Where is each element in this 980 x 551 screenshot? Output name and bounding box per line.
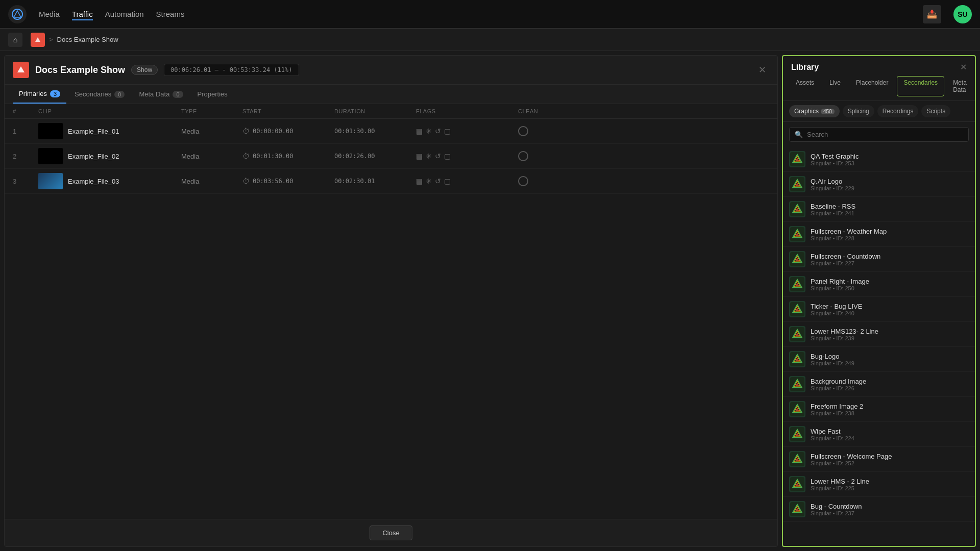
library-list-item[interactable]: Ticker - Bug LIVE Singular • ID: 240 [783, 297, 975, 322]
home-icon[interactable]: ⌂ [8, 33, 22, 47]
clips-table: # CLIP TYPE START DURATION FLAGS CLEAN 1… [5, 104, 777, 519]
lib-item-sub: Singular • ID: 253 [811, 160, 969, 166]
clean-toggle[interactable] [518, 176, 528, 186]
lib-item-sub: Singular • ID: 241 [811, 210, 969, 216]
lib-item-icon [789, 401, 805, 417]
nav-media[interactable]: Media [39, 8, 60, 20]
main-layout: Docs Example Show Show 00:06:26.01 — - 0… [0, 51, 980, 551]
lib-item-info: Panel Right - Image Singular • ID: 250 [811, 278, 969, 291]
library-list-item[interactable]: Fullscreen - Countdown Singular • ID: 22… [783, 247, 975, 272]
library-list-item[interactable]: Fullscreen - Weather Map Singular • ID: … [783, 222, 975, 247]
lib-item-icon [789, 176, 805, 192]
lib-item-info: Lower HMS123- 2 Line Singular • ID: 239 [811, 328, 969, 341]
lib-item-name: Wipe Fast [811, 428, 969, 435]
clip-start: ⏱ 00:00:00.00 [242, 127, 334, 135]
show-icon-small [31, 33, 45, 47]
clean-toggle[interactable] [518, 126, 528, 136]
lib-tab-assets[interactable]: Assets [789, 76, 821, 96]
flag-fx-icon[interactable]: ✳ [426, 152, 432, 160]
clean-toggle[interactable] [518, 151, 528, 161]
inbox-icon[interactable]: 📥 [923, 5, 941, 23]
flag-box-icon[interactable]: ▢ [444, 177, 451, 185]
library-list-item[interactable]: Panel Right - Image Singular • ID: 250 [783, 272, 975, 297]
col-start: START [242, 108, 334, 114]
lib-item-info: Bug - Countdown Singular • ID: 237 [811, 503, 969, 516]
tab-properties[interactable]: Properties [191, 85, 234, 103]
flag-loop-icon[interactable]: ↺ [435, 177, 441, 185]
table-row[interactable]: 2 Example_File_02 Media ⏱ 00:01:30.00 00… [5, 144, 777, 169]
lib-item-icon [789, 151, 805, 167]
table-row[interactable]: 1 Example_File_01 Media ⏱ 00:00:00.00 00… [5, 119, 777, 144]
flag-box-icon[interactable]: ▢ [444, 152, 451, 160]
tab-secondaries[interactable]: Secondaries 0 [68, 85, 131, 103]
flag-subtitle-icon[interactable]: ▤ [416, 152, 423, 160]
search-input[interactable] [807, 131, 963, 138]
lib-item-name: Background Image [811, 378, 969, 385]
lib-item-name: Lower HMS123- 2 Line [811, 328, 969, 335]
show-close-button[interactable]: ✕ [755, 63, 769, 77]
lib-item-name: Fullscreen - Weather Map [811, 228, 969, 235]
library-list-item[interactable]: Freeform Image 2 Singular • ID: 238 [783, 397, 975, 422]
lib-item-icon [789, 501, 805, 517]
library-list-item[interactable]: QA Test Graphic Singular • ID: 253 [783, 147, 975, 172]
library-list-item[interactable]: Baseline - RSS Singular • ID: 241 [783, 197, 975, 222]
left-panel: Docs Example Show Show 00:06:26.01 — - 0… [4, 55, 778, 547]
library-list-item[interactable]: Wipe Fast Singular • ID: 224 [783, 422, 975, 447]
col-num: # [13, 108, 38, 114]
lib-item-sub: Singular • ID: 237 [811, 510, 969, 516]
filter-tab-graphics[interactable]: Graphics 450 [789, 105, 840, 117]
library-close-button[interactable]: ✕ [960, 62, 967, 72]
show-badge: Show [131, 65, 158, 75]
flag-loop-icon[interactable]: ↺ [435, 152, 441, 160]
filter-tab-recordings[interactable]: Recordings [877, 105, 919, 117]
lib-item-icon [789, 351, 805, 367]
close-footer-button[interactable]: Close [370, 525, 412, 540]
library-list-item[interactable]: Fullscreen - Welcome Page Singular • ID:… [783, 447, 975, 472]
flag-fx-icon[interactable]: ✳ [426, 177, 432, 185]
filter-tab-scripts[interactable]: Scripts [921, 105, 950, 117]
lib-item-info: Ticker - Bug LIVE Singular • ID: 240 [811, 303, 969, 316]
nav-streams[interactable]: Streams [156, 8, 185, 20]
lib-item-info: Baseline - RSS Singular • ID: 241 [811, 203, 969, 216]
lib-item-name: Lower HMS - 2 Line [811, 478, 969, 485]
library-list-item[interactable]: Lower HMS - 2 Line Singular • ID: 225 [783, 472, 975, 497]
lib-tab-secondaries[interactable]: Secondaries [897, 76, 944, 96]
lib-tab-live[interactable]: Live [823, 76, 847, 96]
lib-item-info: Fullscreen - Countdown Singular • ID: 22… [811, 253, 969, 266]
library-list-item[interactable]: Background Image Singular • ID: 226 [783, 372, 975, 397]
logo-icon [8, 5, 27, 23]
lib-item-name: QA Test Graphic [811, 153, 969, 160]
library-title: Library [791, 63, 819, 72]
lib-tab-placeholder[interactable]: Placeholder [849, 76, 895, 96]
lib-item-sub: Singular • ID: 249 [811, 360, 969, 366]
library-list-item[interactable]: Lower HMS123- 2 Line Singular • ID: 239 [783, 322, 975, 347]
clip-cell: Example_File_02 [38, 148, 181, 164]
lib-item-icon [789, 276, 805, 292]
clip-name: Example_File_02 [68, 153, 119, 160]
clip-clean [518, 176, 569, 186]
nav-traffic[interactable]: Traffic [72, 8, 93, 20]
library-list-item[interactable]: Bug-Logo Singular • ID: 249 [783, 347, 975, 372]
lib-item-sub: Singular • ID: 228 [811, 235, 969, 241]
library-list-item[interactable]: Bug - Countdown Singular • ID: 237 [783, 497, 975, 522]
flag-subtitle-icon[interactable]: ▤ [416, 177, 423, 185]
nav-automation[interactable]: Automation [105, 8, 144, 20]
svg-marker-1 [14, 11, 21, 17]
tab-meta-data[interactable]: Meta Data 0 [133, 85, 189, 103]
library-search-container: 🔍 [783, 122, 975, 147]
flag-box-icon[interactable]: ▢ [444, 127, 451, 135]
library-header: Library ✕ [783, 56, 975, 76]
lib-item-icon [789, 376, 805, 392]
flag-subtitle-icon[interactable]: ▤ [416, 127, 423, 135]
tab-primaries[interactable]: Primaries 3 [13, 85, 66, 104]
clip-flags: ▤ ✳ ↺ ▢ [416, 177, 518, 185]
lib-item-icon [789, 451, 805, 467]
flag-loop-icon[interactable]: ↺ [435, 127, 441, 135]
filter-tab-splicing[interactable]: Splicing [843, 105, 874, 117]
library-list-item[interactable]: Q.Air Logo Singular • ID: 229 [783, 172, 975, 197]
lib-item-icon [789, 201, 805, 217]
table-row[interactable]: 3 Example_File_03 Media ⏱ 00:03:56.00 00… [5, 169, 777, 194]
clip-name: Example_File_03 [68, 178, 119, 185]
lib-tab-meta-data[interactable]: Meta Data [946, 76, 973, 96]
flag-fx-icon[interactable]: ✳ [426, 127, 432, 135]
